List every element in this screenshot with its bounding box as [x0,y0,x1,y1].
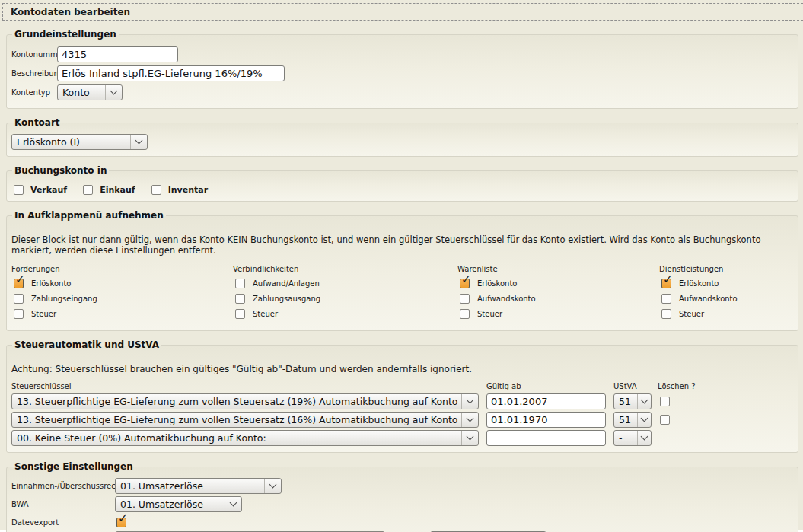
checkbox-label: Aufwandskonto [679,295,738,303]
column-header: Verbindlichkeiten [233,265,457,273]
ustva-select-value: 51 [619,414,631,425]
chevron-down-icon [264,479,281,493]
gueltig-ab-input-1[interactable] [486,393,606,409]
checkbox-label: Erlöskonto [679,279,719,288]
column-header: Forderungen [11,265,233,273]
einkauf-checkbox[interactable]: ✓ [83,185,93,195]
steuerschluessel-select-value: 13. Steuerpflichtige EG-Lieferung zum vo… [17,396,458,407]
beschreibung-label: Beschreibung [11,69,57,78]
chevron-down-icon [461,413,478,427]
checkbox-item: ✓ Aufwand/Anlagen [235,279,457,288]
checkbox-label: Zahlungsausgang [253,295,320,303]
checkbox-label: Steuer [253,310,278,318]
checkbox-item: ✓ Zahlungseingang [14,294,233,304]
verbindlichkeiten-zahlungsausgang-checkbox[interactable]: ✓ [235,294,245,304]
bwa-select[interactable]: 01. Umsatzerlöse [115,496,242,512]
section-aufklappmenu: In Aufklappmenü aufnehmen Dieser Block i… [6,210,798,331]
chevron-down-icon [637,394,651,409]
steuer-row: 13. Steuerpflichtige EG-Lieferung zum vo… [11,393,793,409]
section-steuerautomatik: Steuerautomatik und UStVA Achtung: Steue… [6,339,798,453]
checkbox-label: Steuer [31,310,56,318]
checkbox-label: Aufwandskonto [477,295,536,303]
loeschen-checkbox-1[interactable]: ✓ [660,397,670,406]
forderungen-erloeskonto-checkbox[interactable]: ✓ [14,279,24,288]
dienstleistungen-aufwandskonto-checkbox[interactable]: ✓ [661,294,671,304]
verkauf-option: ✓ Verkauf [14,185,67,195]
checkbox-item: ✓ Steuer [661,309,793,319]
steuerautomatik-warning: Achtung: Steuerschlüssel brauchen ein gü… [11,364,793,374]
ustva-select-2[interactable]: 51 [613,412,652,428]
section-kontoart-legend: Kontoart [12,117,62,128]
header-ustva: UStVA [613,382,658,390]
checkbox-item: ✓ Aufwandskonto [460,294,659,304]
kontentyp-label: Kontentyp [11,88,57,97]
kontonummer-row: Kontonummer [11,46,793,62]
inventar-option: ✓ Inventar [151,185,209,195]
section-buchungskonto: Buchungskonto in ✓ Verkauf ✓ Einkauf ✓ I… [6,165,798,202]
verbindlichkeiten-steuer-checkbox[interactable]: ✓ [235,309,245,319]
kontonummer-label: Kontonummer [11,50,57,59]
kontoart-row: Erlöskonto (I) [11,134,793,150]
forderungen-steuer-checkbox[interactable]: ✓ [14,309,24,319]
checkbox-label: Erlöskonto [477,279,517,288]
ustva-select-value: - [619,432,623,444]
steuerschluessel-select-2[interactable]: 13. Steuerpflichtige EG-Lieferung zum vo… [11,412,479,428]
datevexport-checkbox[interactable]: ✓ [116,518,126,527]
beschreibung-row: Beschreibung [11,65,793,81]
inventar-checkbox[interactable]: ✓ [151,185,161,195]
ustva-select-1[interactable]: 51 [613,393,652,409]
checkbox-label: Aufwand/Anlagen [253,279,320,288]
chevron-down-icon [105,85,122,100]
beschreibung-input[interactable] [57,65,285,81]
steuerschluessel-select-3[interactable]: 00. Keine Steuer (0%) Automatikbuchung a… [11,430,479,446]
header-loeschen: Löschen ? [658,382,696,390]
kontentyp-select-value: Konto [62,87,90,98]
page-title-label: Kontodaten bearbeiten [11,7,130,18]
datevexport-label: Datevexport [11,518,115,527]
checkbox-label: Steuer [477,310,502,318]
kontentyp-select[interactable]: Konto [57,84,123,100]
steuerschluessel-select-1[interactable]: 13. Steuerpflichtige EG-Lieferung zum vo… [11,393,479,409]
ustva-select-3[interactable]: - [613,430,652,446]
column-verbindlichkeiten: Verbindlichkeiten ✓ Aufwand/Anlagen ✓ Za… [233,265,457,324]
forderungen-zahlungseingang-checkbox[interactable]: ✓ [14,294,24,304]
dienstleistungen-steuer-checkbox[interactable]: ✓ [661,309,671,319]
chevron-down-icon [637,413,651,427]
warenliste-steuer-checkbox[interactable]: ✓ [460,309,470,319]
kontoart-select[interactable]: Erlöskonto (I) [11,134,148,150]
checkbox-item: ✓ Erlöskonto [460,279,659,288]
checkbox-item: ✓ Steuer [14,309,233,319]
loeschen-checkbox-2[interactable]: ✓ [660,415,670,425]
kontentyp-row: Kontentyp Konto [11,84,793,100]
verkauf-checkbox[interactable]: ✓ [14,185,24,195]
verbindlichkeiten-aufwand-checkbox[interactable]: ✓ [235,279,245,288]
check-icon: ✓ [663,274,673,285]
bwa-select-value: 01. Umsatzerlöse [120,499,203,510]
eur-label: Einnahmen-/Überschussrechnung [11,482,115,490]
aufklappmenu-columns: Forderungen ✓ Erlöskonto ✓ Zahlungseinga… [11,265,793,324]
datevexport-row: Datevexport ✓ [11,516,793,529]
kontoart-select-value: Erlöskonto (I) [17,136,80,148]
column-dienstleistungen: Dienstleistungen ✓ Erlöskonto ✓ Aufwands… [659,265,793,324]
section-kontoart: Kontoart Erlöskonto (I) [6,117,798,157]
eur-row: Einnahmen-/Überschussrechnung 01. Umsatz… [11,478,793,494]
steuer-table-header: Steuerschlüssel Gültig ab UStVA Löschen … [11,382,793,390]
steuer-row: 13. Steuerpflichtige EG-Lieferung zum vo… [11,412,793,428]
bwa-row: BWA 01. Umsatzerlöse [11,496,793,512]
eur-select[interactable]: 01. Umsatzerlöse [115,478,282,494]
kontonummer-input[interactable] [57,46,178,62]
warenliste-aufwandskonto-checkbox[interactable]: ✓ [460,294,470,304]
warenliste-erloeskonto-checkbox[interactable]: ✓ [460,279,470,288]
dienstleistungen-erloeskonto-checkbox[interactable]: ✓ [661,279,671,288]
inventar-label: Inventar [168,185,209,195]
einkauf-option: ✓ Einkauf [83,185,135,195]
gueltig-ab-input-2[interactable] [486,412,606,428]
column-header: Dienstleistungen [659,265,793,273]
section-grundeinstellungen: Grundeinstellungen Kontonummer Beschreib… [6,29,798,109]
gueltig-ab-input-3[interactable] [486,430,606,446]
checkbox-item: ✓ Aufwandskonto [661,294,793,304]
chevron-down-icon [130,135,147,149]
steuerschluessel-select-value: 13. Steuerpflichtige EG-Lieferung zum vo… [17,414,458,425]
bwa-label: BWA [11,500,115,508]
section-sonstige-legend: Sonstige Einstellungen [12,461,135,472]
